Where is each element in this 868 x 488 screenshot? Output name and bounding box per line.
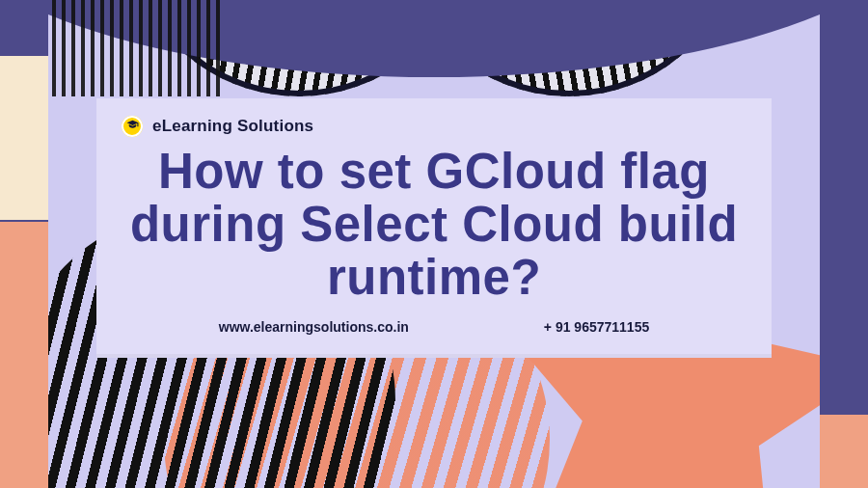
footer-row: www.elearningsolutions.co.in + 91 965771… (122, 319, 746, 335)
brand-badge (122, 116, 143, 137)
brand-row: eLearning Solutions (122, 116, 746, 137)
decorative-cream-strip (0, 56, 48, 220)
website-text: www.elearningsolutions.co.in (219, 319, 409, 335)
page-title: How to set GCloud flag during Select Clo… (122, 145, 746, 304)
decorative-coral-right (820, 415, 868, 488)
graduation-cap-icon (126, 118, 139, 135)
brand-name: eLearning Solutions (152, 117, 313, 136)
decorative-coral-left (0, 222, 48, 488)
phone-text: + 91 9657711155 (544, 319, 649, 335)
inner-frame: eLearning Solutions How to set GCloud fl… (48, 0, 820, 488)
decorative-vertical-strokes (52, 0, 226, 96)
content-card: eLearning Solutions How to set GCloud fl… (96, 98, 772, 358)
